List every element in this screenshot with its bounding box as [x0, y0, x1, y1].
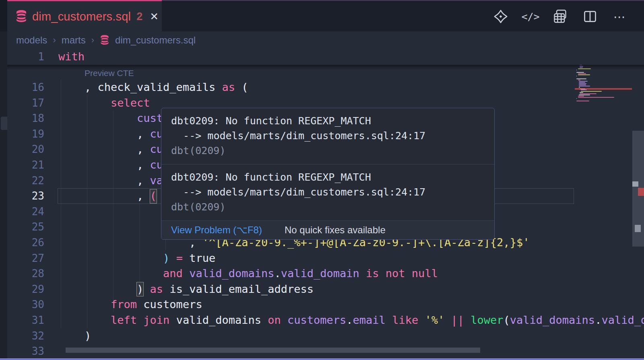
minimap-line — [576, 76, 577, 76]
tab-filename: dim_customers.sql — [32, 10, 131, 23]
minimap-line — [579, 87, 580, 88]
line-number: 29 — [7, 282, 44, 297]
chevron-right-icon: › — [53, 35, 56, 45]
diagnostic-entry: dbt0209: No function REGEXP_MATCH --> mo… — [161, 108, 494, 165]
tab-modified-badge: 2 — [136, 10, 142, 23]
line-number: 21 — [7, 157, 44, 173]
line-number: 25 — [7, 219, 44, 235]
view-problem-link[interactable]: View Problem (⌥F8) — [171, 224, 262, 236]
line-number: 22 — [7, 173, 44, 189]
overview-mark — [632, 181, 638, 187]
diagnostic-message: dbt0209: No function REGEXP_MATCH — [171, 113, 485, 128]
horizontal-scrollbar[interactable] — [66, 348, 480, 353]
line-number: 23 — [7, 188, 44, 204]
hover-diagnostic-tooltip: dbt0209: No function REGEXP_MATCH --> mo… — [161, 108, 495, 240]
minimap-line — [580, 93, 597, 94]
minimap-line — [579, 82, 585, 83]
breadcrumb-item-file[interactable]: dim_customers.sql — [115, 35, 196, 46]
minimap-line — [578, 80, 580, 80]
minimap-line — [578, 96, 584, 97]
line-number: 1 — [7, 49, 44, 65]
code-line[interactable]: , check_valid_emails as ( — [58, 80, 248, 95]
editor-tab-bar: dim_customers.sql 2 ✕ </> — [7, 0, 644, 32]
sidebar-drag-handle[interactable] — [1, 117, 7, 130]
vertical-scrollbar[interactable] — [632, 49, 644, 360]
minimap-line — [576, 98, 577, 99]
line-number: 33 — [7, 344, 44, 359]
minimap-line — [580, 88, 585, 89]
database-icon — [100, 35, 109, 47]
minimap-line — [576, 101, 589, 101]
breadcrumb-item-marts[interactable]: marts — [62, 35, 86, 46]
vscode-editor-window: dim_customers.sql 2 ✕ </> — [0, 0, 644, 360]
minimap[interactable] — [575, 49, 632, 360]
sticky-code-text: with — [58, 49, 85, 65]
line-number: 27 — [7, 251, 44, 266]
line-number: 31 — [7, 313, 44, 328]
diagnostic-location-line: --> models/marts/dim_customers.sql:24:17… — [171, 128, 485, 158]
hover-status-bar: View Problem (⌥F8) No quick fixes availa… — [161, 221, 494, 239]
minimap-line — [578, 97, 614, 98]
code-line[interactable]: and valid_domains.valid_domain is not nu… — [58, 266, 438, 282]
left-edge-strip-top — [0, 0, 7, 31]
code-line[interactable]: select — [58, 95, 150, 111]
query-results-icon[interactable] — [552, 8, 568, 25]
breadcrumb-item-models[interactable]: models — [16, 35, 47, 46]
minimap-line — [579, 95, 590, 95]
editor-actions: </> ⋯ — [493, 1, 628, 32]
minimap-line — [579, 83, 586, 84]
line-number: 16 — [7, 80, 44, 95]
minimap-line — [576, 72, 584, 73]
no-quick-fixes-label: No quick fixes available — [285, 224, 386, 236]
line-number: 24 — [7, 204, 44, 220]
minimap-line — [576, 78, 586, 79]
line-number: 17 — [7, 95, 44, 111]
line-number: 26 — [7, 235, 44, 251]
tab-dim-customers-sql[interactable]: dim_customers.sql 2 ✕ — [7, 0, 162, 32]
code-line[interactable]: ) — [58, 328, 91, 344]
diagnostic-location-line: --> models/marts/dim_customers.sql:24:17… — [171, 185, 485, 214]
minimap-line — [581, 91, 602, 92]
minimap-line — [579, 81, 588, 82]
minimap-line — [579, 84, 586, 85]
dbt-logo-icon[interactable] — [493, 8, 509, 25]
diagnostic-source: dbt(0209) — [171, 201, 225, 213]
minimap-line — [579, 86, 590, 86]
line-number: 18 — [7, 111, 44, 126]
more-actions-icon[interactable]: ⋯ — [612, 8, 628, 25]
code-line[interactable]: left join valid_domains on customers.ema… — [58, 313, 644, 328]
diagnostic-message: dbt0209: No function REGEXP_MATCH — [171, 170, 485, 185]
code-line[interactable]: ) = true — [58, 251, 215, 266]
line-number: 20 — [7, 142, 44, 157]
split-editor-icon[interactable] — [582, 8, 598, 25]
line-number: 28 — [7, 266, 44, 282]
minimap-line — [578, 74, 590, 75]
line-number: 19 — [7, 126, 44, 142]
minimap-line — [578, 73, 586, 74]
close-tab-icon[interactable]: ✕ — [150, 10, 159, 23]
database-icon — [15, 10, 27, 24]
sticky-scroll-line[interactable]: 1 with — [7, 49, 644, 65]
line-number: 30 — [7, 297, 44, 313]
compiled-code-icon[interactable]: </> — [522, 8, 539, 25]
diagnostic-entry: dbt0209: No function REGEXP_MATCH --> mo… — [161, 165, 494, 221]
left-edge-strip — [0, 0, 7, 360]
overview-error-mark — [638, 188, 644, 196]
code-line[interactable]: , ( — [58, 188, 157, 204]
bottom-panel-border — [0, 358, 644, 360]
minimap-line — [581, 89, 587, 90]
diagnostic-source: dbt(0209) — [171, 145, 225, 156]
line-number: 32 — [7, 328, 44, 344]
minimap-line — [580, 92, 583, 93]
chevron-right-icon: › — [91, 35, 94, 45]
breadcrumb: models › marts › dim_customers.sql — [7, 31, 644, 49]
code-line[interactable]: from customers — [58, 297, 202, 313]
overview-mark — [635, 225, 641, 232]
sticky-scroll-shadow — [7, 65, 644, 70]
code-line[interactable]: ) as is_valid_email_address — [58, 282, 314, 297]
